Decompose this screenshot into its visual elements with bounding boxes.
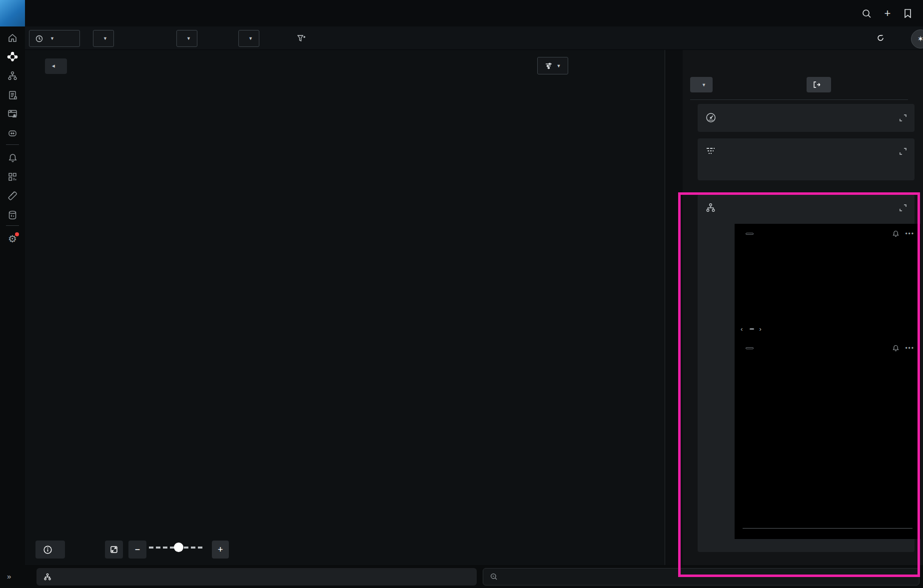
environments-filter[interactable]: ▼	[93, 30, 114, 47]
chart-legend: ‹ ›	[735, 324, 921, 336]
add-filters-button[interactable]	[291, 30, 315, 47]
fit-screen-icon	[110, 546, 118, 554]
external-link-icon	[813, 81, 821, 88]
nav-divider	[6, 225, 19, 226]
nav-bot-icon[interactable]	[0, 125, 25, 140]
gauge-icon	[706, 112, 716, 123]
info-icon	[43, 546, 52, 554]
nav-divider	[6, 144, 19, 145]
bottom-bar	[25, 565, 923, 588]
perf-table-window-badge	[746, 347, 754, 349]
nav-database-icon[interactable]	[0, 207, 25, 222]
filter-funnel-icon	[297, 35, 305, 42]
sparkle-icon: ✶	[918, 34, 923, 43]
chevron-down-icon: ▼	[702, 82, 706, 87]
refresh-icon	[877, 34, 884, 41]
services-filter[interactable]: ▼	[238, 30, 259, 47]
nav-logs-icon[interactable]	[0, 87, 25, 102]
chevron-left-icon: ▼	[51, 64, 56, 69]
refresh-button[interactable]	[877, 34, 888, 41]
splunk-logo[interactable]	[0, 0, 25, 26]
chart-menu-dots[interactable]: •••	[905, 230, 915, 237]
profiling-empty-text	[698, 162, 915, 170]
search-icon	[490, 573, 498, 581]
expand-icon[interactable]	[900, 114, 907, 121]
show-legend-button[interactable]	[35, 541, 65, 559]
clock-icon	[35, 35, 43, 42]
map-display-settings-button[interactable]: ▼	[537, 57, 568, 74]
ai-assistant-button[interactable]: ✶	[911, 29, 923, 48]
sliders-icon	[545, 62, 553, 69]
time-range-picker[interactable]: ▼	[29, 30, 80, 47]
profiling-icon	[706, 147, 716, 156]
divider	[690, 99, 908, 100]
db-performance-table	[735, 353, 921, 358]
chevron-down-icon: ▼	[103, 36, 107, 41]
chevron-down-icon: ▼	[50, 36, 54, 41]
zoom-slider-knob[interactable]	[174, 543, 183, 552]
occluded-panel-strip	[665, 50, 683, 565]
db-infra-card: ••• ‹ › •••	[698, 194, 915, 552]
expand-bottom-panel-icon[interactable]: »	[7, 572, 11, 581]
profiling-card[interactable]	[698, 138, 915, 180]
legend-next-arrow[interactable]: ›	[759, 325, 761, 333]
wait-chart-window-badge	[746, 233, 754, 235]
infrastructure-tab[interactable]	[36, 568, 477, 586]
left-nav-rail: ⚙	[0, 26, 25, 588]
notification-dot	[15, 232, 19, 236]
fit-to-screen-button[interactable]	[105, 541, 123, 559]
panel-footer	[735, 528, 921, 539]
expand-icon[interactable]	[900, 204, 907, 211]
workflow-filter[interactable]: ▼	[176, 30, 197, 47]
view-service-button[interactable]	[807, 77, 831, 92]
alert-bell-icon[interactable]	[893, 230, 899, 237]
back-to-overview-button[interactable]: ▼	[45, 58, 67, 74]
nav-apm-icon[interactable]	[0, 49, 25, 64]
nav-ruler-icon[interactable]	[0, 188, 25, 203]
nav-grid-icon[interactable]	[0, 169, 25, 184]
legend-prev-arrow[interactable]: ‹	[741, 325, 743, 333]
logs-tab[interactable]	[483, 568, 920, 586]
service-map-canvas[interactable]	[25, 50, 665, 565]
chart-menu-dots[interactable]: •••	[905, 345, 915, 352]
alert-bell-icon[interactable]	[893, 345, 899, 352]
infrastructure-icon	[706, 203, 716, 213]
infrastructure-icon	[43, 573, 51, 581]
nav-dashboards-icon[interactable]	[0, 106, 25, 121]
nav-settings-gear-icon[interactable]: ⚙	[0, 231, 25, 246]
service-detail-drawer: ▼	[683, 50, 923, 565]
chevron-down-icon: ▼	[186, 36, 191, 41]
zoom-in-button[interactable]: +	[212, 541, 229, 559]
app-header: +	[0, 0, 923, 26]
nav-infrastructure-icon[interactable]	[0, 68, 25, 83]
wait-conditions-chart[interactable]	[735, 238, 921, 324]
chevron-down-icon: ▼	[557, 63, 561, 68]
legend-item-partial[interactable]	[750, 328, 754, 330]
filter-bar: ▼ ▼ ▼ ▼ ✶	[25, 26, 923, 50]
zoom-out-button[interactable]: −	[128, 541, 146, 559]
search-icon[interactable]	[860, 7, 873, 20]
nav-alerts-icon[interactable]	[0, 150, 25, 165]
bookmark-icon[interactable]	[901, 7, 914, 20]
breakdown-button[interactable]: ▼	[690, 77, 713, 92]
nav-home-icon[interactable]	[0, 30, 25, 45]
performance-card[interactable]	[698, 104, 915, 132]
db-metrics-panel: ••• ‹ › •••	[735, 224, 921, 539]
expand-icon[interactable]	[900, 148, 907, 155]
chevron-down-icon: ▼	[248, 36, 253, 41]
create-plus-icon[interactable]: +	[881, 7, 894, 20]
